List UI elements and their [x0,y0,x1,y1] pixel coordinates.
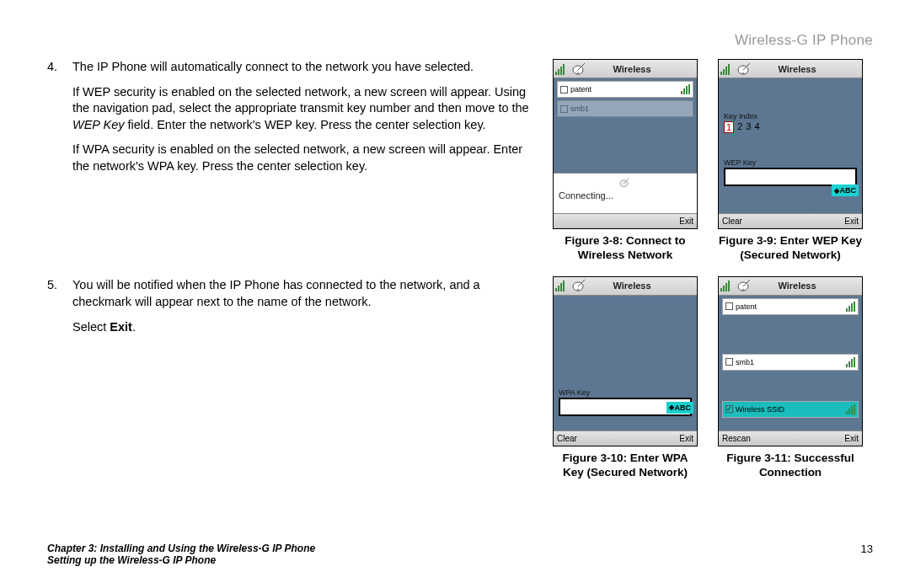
phone-screen-3-8: Wireless patent smb1 [553,59,698,229]
network-item-patent: patent [722,298,859,315]
step-4-p2: If WEP security is enabled on the select… [72,84,536,134]
softkey-rescan: Rescan [722,434,751,443]
dish-icon [569,61,591,78]
step-4-p1: The IP Phone will automatically connect … [72,59,536,76]
wep-key-label: WEP Key [724,158,857,167]
checkbox-icon [725,358,733,366]
softkey-exit: Exit [844,434,859,443]
page-number: 13 [861,543,873,566]
abc-indicator: ABC [832,184,859,196]
dish-icon [734,277,756,294]
step-5-p2: Select Exit. [72,319,536,336]
figure-3-9: Wireless Key Index 1 2 3 4 WEP Key ABC [718,59,863,263]
step-5: 5. You will be notified when the IP Phon… [47,277,536,335]
network-item-wireless-ssid: ✓ Wireless SSID [722,401,859,418]
step-4-p3: If WPA security is enabled on the select… [72,142,536,174]
figure-3-9-caption: Figure 3-9: Enter WEP Key (Secured Netwo… [718,234,863,263]
body-text: 4. The IP Phone will automatically conne… [47,59,536,480]
figure-3-10-caption: Figure 3-10: Enter WPA Key (Secured Netw… [553,452,698,480]
product-title: Wireless-G IP Phone [47,32,873,49]
phone-title: Wireless [591,281,697,291]
softkey-exit: Exit [679,216,693,226]
phone-title: Wireless [756,281,862,291]
step-4-number: 4. [47,59,57,76]
dish-icon [734,61,756,78]
figure-3-11-caption: Figure 3-11: Successful Connection [718,452,863,480]
signal-icon [720,62,732,76]
phone-title: Wireless [756,64,862,74]
phone-screen-3-11: Wireless patent smb1 [718,276,863,446]
abc-indicator: ABC [666,402,694,414]
step-5-p1: You will be notified when the IP Phone h… [72,277,536,310]
signal-icon [555,62,567,76]
network-item-smb1: smb1 [722,354,859,371]
figure-3-10: Wireless WPA Key ABC Clear Exit Figure 3… [553,276,698,480]
step-5-number: 5. [47,277,57,294]
phone-screen-3-10: Wireless WPA Key ABC Clear Exit [553,276,698,446]
connecting-popup: Connecting... [554,173,697,213]
key-index-selector: 1 2 3 4 [724,121,862,133]
network-item-smb1: smb1 [557,100,693,117]
checkbox-icon [725,302,733,310]
footer-section: Setting up the Wireless-G IP Phone [47,554,315,566]
checkbox-icon [560,86,568,94]
softkey-clear: Clear [557,434,577,443]
phone-title: Wireless [591,64,697,74]
key-index-label: Key Index [724,112,857,120]
figure-3-11: Wireless patent smb1 [718,276,863,480]
wep-key-input [724,168,857,186]
figure-3-8: Wireless patent smb1 [553,59,698,263]
signal-icon [555,279,567,292]
figure-3-8-caption: Figure 3-8: Connect to Wireless Network [553,234,698,263]
softkey-exit: Exit [844,216,859,226]
checkbox-checked-icon: ✓ [725,405,733,413]
dish-icon [569,277,591,294]
step-4: 4. The IP Phone will automatically conne… [47,59,536,174]
wpa-key-label: WPA Key [559,388,692,397]
softkey-exit: Exit [679,434,693,443]
signal-icon [720,279,732,292]
footer-chapter: Chapter 3: Installing and Using the Wire… [47,543,315,554]
network-item-patent: patent [557,81,693,98]
phone-screen-3-9: Wireless Key Index 1 2 3 4 WEP Key ABC [718,59,863,229]
page-footer: Chapter 3: Installing and Using the Wire… [47,543,873,566]
softkey-clear: Clear [722,216,742,226]
